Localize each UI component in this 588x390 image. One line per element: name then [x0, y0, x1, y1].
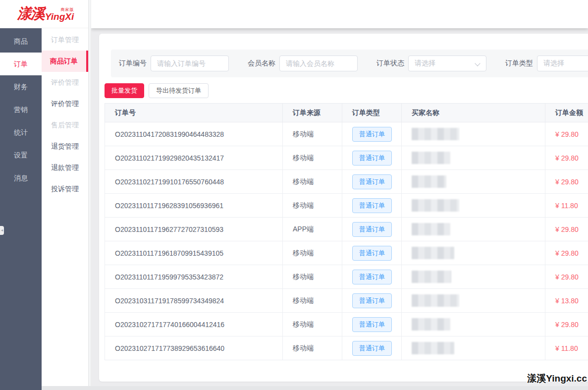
sidebar-item-label: 消息 [14, 174, 28, 182]
submenu-item[interactable]: 退货管理 [42, 136, 88, 157]
order-source: 移动端 [293, 130, 314, 138]
order-number: O202311011719627727027310593 [115, 225, 223, 233]
order-amount: ¥ 29.80 [555, 154, 579, 162]
table-row: O202311011719627727027310593 APP端 普通订单 ¥… [105, 218, 588, 241]
sidebar-item[interactable]: 统计 [0, 121, 42, 144]
submenu-item[interactable]: 投诉管理 [42, 178, 88, 200]
submenu-item: 订单管理 [42, 29, 88, 51]
filter-label: 订单编号 [119, 59, 147, 68]
order-type-badge: 普通订单 [352, 293, 392, 308]
sidebar-item-label: 设置 [14, 151, 28, 159]
sidebar-item-label: 统计 [14, 128, 28, 136]
buyer-name-blurred [412, 175, 446, 188]
filter-select[interactable]: 请选择 [537, 56, 588, 71]
buyer-name-blurred [412, 152, 450, 164]
sidebar-item[interactable]: 商品 [0, 30, 42, 53]
brand-logo-cn: 漾溪 [17, 4, 44, 24]
batch-ship-button[interactable]: 批量发货 [105, 83, 144, 98]
sidebar-item[interactable]: 财务 [0, 75, 42, 98]
site-watermark: 漾溪Yingxi.cc [527, 372, 587, 385]
order-amount: ¥ 29.80 [555, 273, 579, 281]
sidebar-item-label: 财务 [14, 83, 28, 91]
order-type-badge: 普通订单 [352, 246, 392, 261]
order-type-badge: 普通订单 [352, 174, 392, 189]
table-row: O202311041720831990464483328 移动端 普通订单 ¥ … [105, 122, 588, 146]
order-number: O202310271717740166004412416 [115, 321, 224, 329]
submenu-item: 售后管理 [42, 114, 88, 136]
column-header-order-no: 订单号 [105, 104, 283, 122]
order-source: APP端 [293, 225, 314, 233]
buyer-name-blurred [412, 342, 454, 354]
sidebar-item[interactable]: 设置 [0, 144, 42, 167]
order-amount: ¥ 11.80 [555, 344, 578, 352]
order-toolbar: 批量发货 导出待发货订单 [105, 83, 209, 98]
filter-select[interactable]: 请选择 [408, 56, 486, 71]
table-row: O202311011719599795353423872 移动端 普通订单 ¥ … [105, 265, 588, 289]
sidebar-item[interactable]: 消息 [0, 167, 42, 189]
column-header-type: 订单类型 [342, 104, 402, 122]
submenu-item-label: 评价管理 [51, 100, 79, 108]
order-amount: ¥ 29.80 [555, 178, 579, 186]
buyer-name-blurred [412, 271, 451, 283]
order-number: O202311041720831990464483328 [115, 130, 224, 138]
filter-input[interactable] [151, 56, 229, 71]
order-source: 移动端 [293, 154, 314, 162]
order-number: O202310311719178599734349824 [115, 297, 224, 305]
order-number: O202311011719618709915439105 [115, 249, 223, 257]
order-table-body: O202311041720831990464483328 移动端 普通订单 ¥ … [105, 122, 588, 360]
chevron-down-icon [475, 60, 480, 66]
submenu-scrollbar[interactable] [88, 0, 91, 390]
table-row: O202310271717740166004412416 移动端 普通订单 ¥ … [105, 313, 588, 336]
filter-group: 订单状态 请选择 [376, 56, 486, 71]
submenu-item-label: 退货管理 [51, 142, 79, 150]
order-type-badge: 普通订单 [352, 341, 392, 356]
order-type-badge: 普通订单 [352, 151, 392, 166]
submenu-item-label: 退款管理 [51, 164, 79, 171]
sidebar-item-label: 订单 [14, 60, 28, 68]
main-content-card: 订单编号 会员名称 订单状态 请选择 订单类型 请选择 批量发货 导出待发货订单 [99, 34, 588, 382]
submenu-item: 评价管理 [42, 72, 88, 93]
submenu-item-label: 投诉管理 [51, 185, 79, 193]
filter-group: 会员名称 [248, 56, 358, 71]
buyer-name-blurred [412, 223, 450, 235]
table-row: O202311021719910176550760448 移动端 普通订单 ¥ … [105, 170, 588, 194]
buyer-name-blurred [412, 318, 450, 331]
primary-sidebar: 商品 订单 财务 营销 统计 设置 消息 [0, 28, 42, 390]
order-source: 移动端 [293, 296, 314, 304]
sidebar-item[interactable]: 订单 [0, 53, 42, 75]
sidebar-collapse-handle[interactable]: ◂ [0, 226, 4, 235]
order-number: O202311021719929820435132417 [115, 154, 224, 162]
buyer-name-blurred [412, 294, 459, 307]
horizontal-scrollbar[interactable] [42, 386, 588, 390]
column-header-source: 订单来源 [283, 104, 342, 122]
submenu-item-label: 商品订单 [50, 57, 78, 65]
column-header-amount: 订单金额 [545, 104, 588, 122]
filter-input[interactable] [279, 56, 358, 71]
order-source: 移动端 [293, 177, 314, 185]
filter-group: 订单编号 [119, 56, 229, 71]
sidebar-item-label: 商品 [14, 37, 28, 45]
table-header-row: 订单号 订单来源 订单类型 买家名称 订单金额 [105, 104, 588, 122]
buyer-name-blurred [412, 199, 459, 212]
select-placeholder: 请选择 [415, 59, 435, 68]
sidebar-item[interactable]: 营销 [0, 98, 42, 121]
sidebar-item-label: 营销 [14, 106, 28, 113]
submenu-item[interactable]: 退款管理 [42, 157, 88, 178]
submenu-item-label: 订单管理 [51, 36, 79, 44]
order-amount: ¥ 13.80 [555, 297, 579, 305]
submenu-item[interactable]: 评价管理 [42, 93, 88, 114]
order-number: O202310271717738929653616640 [115, 344, 224, 352]
order-type-badge: 普通订单 [352, 317, 392, 332]
filter-label: 订单类型 [505, 59, 533, 68]
submenu-item-label: 评价管理 [51, 78, 79, 86]
order-type-badge: 普通订单 [352, 198, 392, 213]
submenu-item-label: 售后管理 [51, 121, 79, 129]
order-source: 移动端 [293, 249, 314, 257]
submenu-item[interactable]: 商品订单 [42, 51, 88, 72]
table-row: O202310311719178599734349824 移动端 普通订单 ¥ … [105, 289, 588, 313]
export-pending-orders-button[interactable]: 导出待发货订单 [149, 83, 209, 98]
brand-logo-en: YingXi [45, 12, 74, 21]
order-number: O202311011719599795353423872 [115, 273, 223, 281]
order-source: 移动端 [293, 344, 314, 352]
table-row: O202311011719628391056936961 移动端 普通订单 ¥ … [105, 194, 588, 218]
